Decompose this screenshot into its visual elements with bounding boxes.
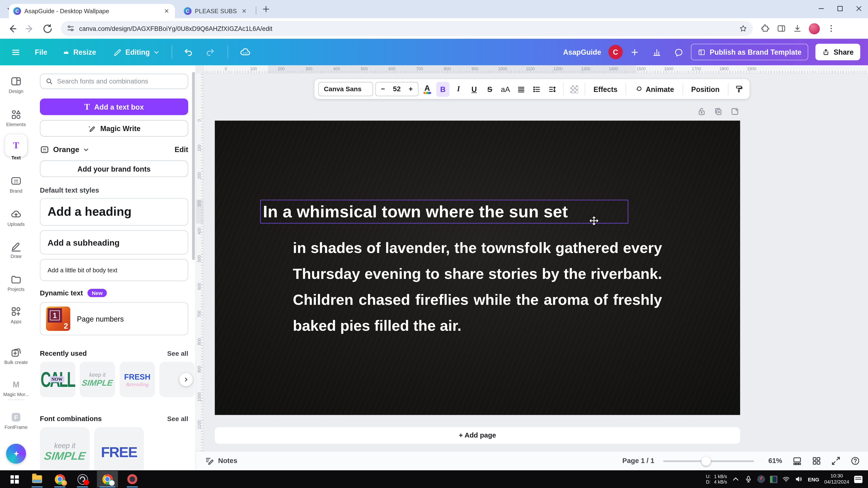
brand-kit-selector[interactable]: co Orange Edit [40,143,188,156]
language-indicator[interactable]: ENG [808,476,819,482]
add-brand-fonts-button[interactable]: Add your brand fonts [40,161,188,177]
sidebar-item-brand[interactable]: coBrand [0,175,32,200]
grid-view-icon[interactable] [812,456,822,466]
zoom-slider[interactable] [663,460,754,462]
new-tab-button[interactable] [261,4,271,14]
design-page[interactable]: In a whimsical town where the sun set in… [215,121,740,415]
editing-mode-menu[interactable]: Editing [113,47,159,57]
address-bar[interactable]: canva.com/design/DAGXFBBoiYg/0U8xD9Q6AHZ… [61,21,753,36]
scroll-right-button[interactable] [179,373,192,386]
close-button[interactable] [849,0,868,17]
sidebar-item-text[interactable]: TText [0,139,32,165]
obs-button[interactable] [74,471,91,487]
browser-profile-avatar[interactable] [809,23,820,34]
clock[interactable]: 10:30 04/12/2024 [824,473,849,485]
line-spacing-button[interactable] [546,82,559,96]
magic-write-button[interactable]: Magic Write [40,120,188,136]
bookmark-star-icon[interactable] [739,24,747,33]
sidebar-item-magic-morph[interactable]: MMagic Mor... [0,379,32,404]
see-all-link[interactable]: See all [167,415,188,423]
style-thumbnail-simple[interactable]: keep itSIMPLE [80,362,115,397]
underline-button[interactable]: U [467,82,481,96]
increase-size-button[interactable]: + [409,85,413,93]
effects-button[interactable]: Effects [589,85,622,93]
volume-icon[interactable] [795,475,803,483]
bold-button[interactable]: B [436,82,450,96]
alignment-button[interactable] [515,82,528,96]
resize-menu[interactable]: Resize [63,48,96,56]
style-thumbnail-free[interactable]: FREE [94,427,144,470]
chrome-profile1-button[interactable] [52,471,68,487]
panel-scrollbar[interactable] [192,72,195,260]
tray-app-icon[interactable] [770,476,777,483]
reload-icon[interactable] [42,23,53,34]
add-page-button[interactable]: + Add page [215,427,740,444]
sidebar-item-apps[interactable]: Apps [0,305,32,331]
unlock-icon[interactable] [697,107,706,116]
fullscreen-icon[interactable] [831,456,841,466]
notification-center-icon[interactable] [854,476,862,483]
decrease-size-button[interactable]: − [381,85,385,93]
page-numbers-card[interactable]: 1 2 Page numbers [40,302,188,335]
copy-style-button[interactable] [732,82,746,96]
wifi-icon[interactable] [782,475,790,483]
add-subheading-card[interactable]: Add a subheading [40,230,188,254]
canvas-body-text[interactable]: in shades of lavender, the townsfolk gat… [293,235,662,339]
main-menu-button[interactable] [11,47,21,57]
font-family-select[interactable]: Canva Sans [318,82,373,96]
position-button[interactable]: Position [687,85,724,93]
back-icon[interactable] [7,23,18,34]
style-thumbnail-call[interactable]: CALLNOW [40,362,75,397]
undo-icon[interactable] [183,47,194,57]
search-input[interactable] [57,77,183,85]
style-thumbnail-simple[interactable]: keep itSIMPLE [40,427,90,470]
redo-icon[interactable] [205,47,215,57]
speed-gauge-icon[interactable] [757,475,765,483]
font-search-box[interactable] [40,73,188,89]
brand-edit-link[interactable]: Edit [175,145,188,154]
list-button[interactable] [530,82,544,96]
tray-expand-icon[interactable] [732,475,740,483]
chrome-profile2-button[interactable] [97,471,118,487]
animate-button[interactable]: Animate [630,85,679,93]
browser-tab-inactive[interactable]: C PLEASE SUBSCRIBE TO THIS CH ✕ [179,4,252,18]
start-button[interactable] [6,471,23,487]
tab-close-icon[interactable]: ✕ [163,7,170,15]
selected-text-box[interactable]: In a whimsical town where the sun set [260,200,628,224]
sidebar-item-design[interactable]: Design [0,75,32,101]
browser-tab-active[interactable]: C AsapGuide - Desktop Wallpape ✕ [9,4,175,18]
help-icon[interactable] [850,456,860,466]
sidebar-item-bulk-create[interactable]: Bulk create [0,346,32,372]
side-panel-icon[interactable] [777,24,786,33]
add-text-box-button[interactable]: T Add a text box [40,99,188,115]
recorder-app-button[interactable] [124,471,141,487]
sidebar-item-draw[interactable]: Draw [0,240,32,266]
pages-view-icon[interactable] [792,456,802,466]
text-case-button[interactable]: aA [499,82,512,96]
strikethrough-button[interactable]: S [483,82,497,96]
share-button[interactable]: Share [815,44,860,60]
font-size-value[interactable]: 52 [393,85,401,93]
italic-button[interactable]: I [452,82,465,96]
add-body-text-card[interactable]: Add a little bit of body text [40,259,188,281]
tab-close-icon[interactable]: ✕ [240,7,248,15]
microphone-icon[interactable] [745,475,752,483]
comments-icon[interactable] [674,47,684,57]
see-all-link[interactable]: See all [167,350,188,357]
duplicate-page-icon[interactable] [714,107,723,116]
forward-icon[interactable] [24,23,35,34]
download-icon[interactable] [793,24,802,33]
publish-brand-template-button[interactable]: Publish as Brand Template [691,44,808,60]
insights-chart-icon[interactable] [652,47,661,57]
extensions-icon[interactable] [761,24,770,33]
sidebar-item-fontframe[interactable]: FFontFrame [0,411,32,436]
sidebar-item-projects[interactable]: Projects [0,273,32,299]
style-thumbnail-fresh[interactable]: FRESH&trending [120,362,155,397]
add-page-icon[interactable] [730,107,740,116]
browser-menu-icon[interactable] [827,24,836,33]
notes-button[interactable]: Notes [205,456,237,465]
minimize-button[interactable] [812,0,831,17]
sidebar-item-uploads[interactable]: Uploads [0,208,32,233]
zoom-slider-thumb[interactable] [701,456,711,465]
file-menu[interactable]: File [35,48,48,56]
